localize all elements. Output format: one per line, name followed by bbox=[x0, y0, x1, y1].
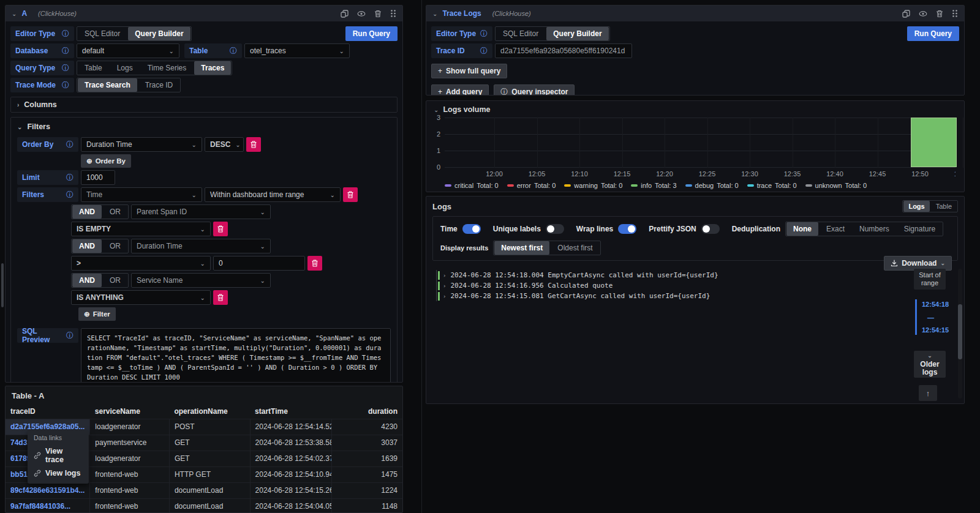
trace-logs-header[interactable]: ⌄ Trace Logs (ClickHouse) bbox=[426, 6, 964, 21]
editor-type-toggle[interactable]: SQL Editor Query Builder bbox=[495, 26, 610, 41]
panel-a-header[interactable]: ⌄ A (ClickHouse) bbox=[6, 6, 402, 21]
legend-series-name[interactable]: debug bbox=[695, 182, 714, 189]
log-line[interactable]: ›2024-06-28 12:54:18.004 EmptyCartAsync … bbox=[438, 270, 909, 280]
view-logs-link[interactable]: View logs bbox=[34, 466, 83, 480]
show-full-query-button[interactable]: +Show full query bbox=[431, 64, 507, 78]
info-icon[interactable]: ⓘ bbox=[66, 190, 74, 200]
trace-id-link[interactable]: 9a7faf84841036... bbox=[6, 498, 90, 513]
connector-or[interactable]: OR bbox=[103, 205, 127, 219]
collapse-chevron-icon[interactable]: ⌄ bbox=[434, 107, 439, 113]
older-logs-button[interactable]: ⌄ Older logs bbox=[914, 351, 946, 378]
prettify-json-toggle[interactable] bbox=[701, 224, 720, 234]
limit-input[interactable]: 1000 bbox=[81, 170, 115, 185]
filter-field-select[interactable]: Parent Span ID⌄ bbox=[131, 204, 271, 219]
query-type-traces[interactable]: Traces bbox=[194, 61, 231, 75]
logs-view-toggle[interactable]: Logs Table bbox=[902, 200, 958, 212]
info-logs-bar[interactable] bbox=[911, 118, 957, 167]
duplicate-icon[interactable] bbox=[902, 10, 910, 18]
display-results-toggle[interactable]: Newest first Oldest first bbox=[493, 241, 600, 255]
expand-log-icon[interactable]: › bbox=[443, 272, 446, 279]
dedup-numbers[interactable]: Numbers bbox=[853, 222, 896, 236]
collapse-chevron-icon[interactable]: ⌄ bbox=[12, 10, 17, 17]
info-icon[interactable]: ⓘ bbox=[62, 46, 69, 56]
view-trace-link[interactable]: View trace bbox=[34, 444, 83, 466]
log-line[interactable]: ›2024-06-28 12:54:15.081 GetCartAsync ca… bbox=[438, 291, 909, 301]
log-lines-list[interactable]: ›2024-06-28 12:54:18.004 EmptyCartAsync … bbox=[436, 270, 909, 301]
editor-type-query-builder[interactable]: Query Builder bbox=[128, 27, 190, 40]
dedup-exact[interactable]: Exact bbox=[820, 222, 851, 236]
editor-type-toggle[interactable]: SQL Editor Query Builder bbox=[77, 26, 192, 41]
column-header-operationname[interactable]: operationName bbox=[169, 404, 250, 419]
legend-item[interactable]: debugTotal: 0 bbox=[685, 182, 739, 189]
query-type-logs[interactable]: Logs bbox=[110, 61, 140, 75]
wrap-lines-toggle[interactable] bbox=[618, 224, 636, 234]
legend-series-name[interactable]: error bbox=[517, 182, 531, 189]
filter-operator-select[interactable]: IS EMPTY⌄ bbox=[71, 222, 211, 236]
editor-type-query-builder[interactable]: Query Builder bbox=[546, 27, 608, 40]
info-icon[interactable]: ⓘ bbox=[230, 46, 237, 56]
query-type-table[interactable]: Table bbox=[78, 61, 109, 75]
trace-mode-search[interactable]: Trace Search bbox=[78, 78, 137, 92]
trace-id-input[interactable]: d2a7155ef6a928a05680e5ff6190241d bbox=[495, 43, 632, 58]
legend-item[interactable]: warningTotal: 0 bbox=[564, 182, 622, 189]
logs-scrollbar[interactable] bbox=[958, 269, 962, 399]
eye-icon[interactable] bbox=[357, 10, 366, 18]
query-type-time-series[interactable]: Time Series bbox=[141, 61, 194, 75]
run-query-button[interactable]: Run Query bbox=[907, 26, 959, 41]
filter-operator-select[interactable]: >⌄ bbox=[71, 256, 211, 271]
view-table-option[interactable]: Table bbox=[931, 201, 957, 212]
column-header-duration[interactable]: duration bbox=[332, 404, 402, 419]
duplicate-icon[interactable] bbox=[341, 10, 349, 18]
order-by-field-select[interactable]: Duration Time⌄ bbox=[81, 137, 202, 152]
oldest-first-option[interactable]: Oldest first bbox=[551, 241, 599, 255]
trace-mode-id[interactable]: Trace ID bbox=[138, 78, 180, 92]
legend-item[interactable]: infoTotal: 3 bbox=[631, 182, 676, 189]
filter-field-select[interactable]: Duration Time⌄ bbox=[131, 239, 271, 253]
filters-section-header[interactable]: ⌄Filters bbox=[17, 122, 391, 131]
logs-scrollbar-thumb[interactable] bbox=[958, 304, 962, 359]
connector-or[interactable]: OR bbox=[103, 274, 127, 287]
remove-filter-button[interactable] bbox=[213, 222, 228, 236]
legend-item[interactable]: traceTotal: 0 bbox=[747, 182, 797, 189]
run-query-button[interactable]: Run Query bbox=[345, 26, 398, 41]
filter-field-select[interactable]: Time⌄ bbox=[81, 187, 202, 202]
column-header-starttime[interactable]: startTime bbox=[250, 404, 332, 419]
log-line[interactable]: ›2024-06-28 12:54:16.956 Calculated quot… bbox=[438, 280, 909, 291]
remove-order-by-button[interactable] bbox=[246, 137, 261, 152]
log-range-indicator[interactable]: 12:54:18 — 12:54:15 bbox=[914, 299, 946, 335]
columns-section[interactable]: ›Columns bbox=[10, 97, 398, 113]
filter-field-select[interactable]: Service Name⌄ bbox=[131, 273, 271, 288]
logs-volume-chart[interactable]: 3 2 1 0 bbox=[445, 118, 956, 168]
remove-filter-button[interactable] bbox=[213, 290, 228, 305]
table-select[interactable]: otel_traces⌄ bbox=[244, 43, 350, 58]
deduplication-toggle[interactable]: None Exact Numbers Signature bbox=[785, 222, 943, 236]
legend-series-name[interactable]: trace bbox=[757, 182, 772, 189]
time-toggle[interactable] bbox=[462, 224, 481, 234]
remove-filter-button[interactable] bbox=[307, 256, 322, 271]
scroll-to-top-button[interactable]: ↑ bbox=[919, 385, 937, 401]
legend-series-name[interactable]: critical bbox=[454, 182, 473, 189]
info-icon[interactable]: ⓘ bbox=[62, 29, 69, 39]
column-header-servicename[interactable]: serviceName bbox=[90, 404, 170, 419]
connector-and[interactable]: AND bbox=[72, 239, 102, 253]
eye-icon[interactable] bbox=[919, 10, 927, 18]
info-icon[interactable]: ⓘ bbox=[66, 173, 74, 183]
info-icon[interactable]: ⓘ bbox=[62, 80, 69, 91]
legend-series-name[interactable]: unknown bbox=[815, 182, 842, 189]
legend-item[interactable]: criticalTotal: 0 bbox=[445, 182, 499, 189]
info-icon[interactable]: ⓘ bbox=[66, 140, 74, 150]
unique-labels-toggle[interactable] bbox=[546, 224, 564, 234]
connector-or[interactable]: OR bbox=[103, 239, 127, 253]
add-filter-button[interactable]: ⊕Filter bbox=[78, 307, 116, 321]
trash-icon[interactable] bbox=[374, 10, 382, 18]
filter-operator-select[interactable]: IS ANYTHING⌄ bbox=[71, 290, 211, 305]
order-by-direction-select[interactable]: DESC⌄ bbox=[205, 137, 244, 152]
connector-and[interactable]: AND bbox=[72, 274, 102, 287]
dedup-signature[interactable]: Signature bbox=[897, 222, 942, 236]
legend-item[interactable]: unknownTotal: 0 bbox=[805, 182, 867, 189]
connector-and[interactable]: AND bbox=[72, 205, 102, 219]
query-inspector-button[interactable]: ⓘQuery inspector bbox=[494, 84, 575, 95]
collapse-chevron-icon[interactable]: ⌄ bbox=[432, 10, 437, 17]
filter-value-input[interactable]: 0 bbox=[213, 256, 305, 271]
expand-log-icon[interactable]: › bbox=[443, 283, 446, 289]
